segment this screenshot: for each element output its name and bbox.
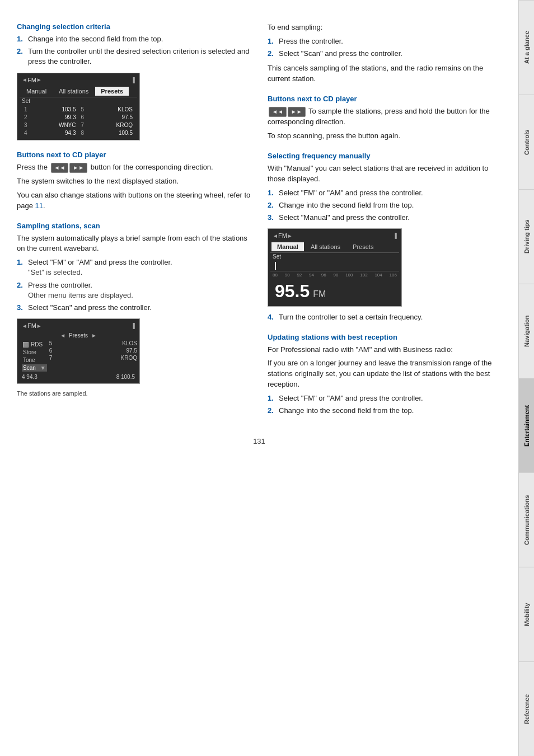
- manual-scale: 88 90 92 94 96 98 100 102 104 106: [270, 271, 399, 279]
- list-item: 1. Select "FM" or "AM" and press the con…: [268, 188, 502, 198]
- buttons-cd-right-para2: To stop scanning, press the button again…: [268, 131, 502, 142]
- list-item: 2. Turn the controller until the desired…: [17, 46, 251, 67]
- manual-screen: ◄ FM ► ▐ Manual All stations Presets Set…: [268, 228, 402, 307]
- scan-menu-scan[interactable]: Scan ▼: [22, 364, 47, 372]
- sampling-caption: The stations are sampled.: [17, 389, 251, 398]
- scan-menu-store: Store: [22, 349, 47, 356]
- list-item: 3. Select "Scan" and press the controlle…: [17, 303, 251, 313]
- manual-tab-manual[interactable]: Manual: [271, 242, 304, 251]
- manual-screen-top: ◄ FM ► ▐: [270, 231, 399, 240]
- fm-tab-allstations[interactable]: All stations: [53, 87, 94, 96]
- station-row-2: 2 99.3: [22, 114, 78, 121]
- prev-btn-2[interactable]: ◄◄: [269, 107, 287, 118]
- sidebar-item-controls[interactable]: Controls: [519, 95, 534, 189]
- updating-para1: For Professional radio with "AM" and wit…: [268, 345, 502, 355]
- scan-signal-icon: ▐: [132, 323, 135, 328]
- changing-steps-list: 1. Change into the second field from the…: [17, 34, 251, 67]
- col-left: Changing selection criteria 1. Change in…: [17, 22, 251, 420]
- sidebar-item-navigation[interactable]: Navigation: [519, 284, 534, 378]
- manual-fm-label: FM: [278, 232, 287, 239]
- fm-screen-1: ◄ FM ► ▐ Manual All stations Presets Set…: [17, 73, 140, 140]
- scan-menu: RDS Store Tone Scan ▼: [20, 340, 49, 373]
- right-arrow-icon: ►: [36, 77, 42, 83]
- manual-right-arrow: ►: [287, 233, 293, 239]
- side-tabs: At a glance Controls Driving tips Naviga…: [518, 0, 534, 756]
- signal-icon: ▐: [132, 77, 135, 83]
- updating-para2: If you are on a longer journey and leave…: [268, 358, 502, 390]
- section-sampling-heading: Sampling stations, scan: [17, 222, 251, 230]
- next-btn-2[interactable]: ►►: [288, 107, 306, 118]
- buttons-cd-right-para1: ◄◄ ►► To sample the stations, press and …: [268, 106, 502, 128]
- dir-buttons-right: ◄◄ ►►: [269, 107, 306, 118]
- section-changing-heading: Changing selection criteria: [17, 22, 251, 31]
- section-buttons-cd-right-heading: Buttons next to CD player: [268, 95, 502, 103]
- sampling-para1: The system automatically plays a brief s…: [17, 233, 251, 255]
- manual-left-arrow: ◄: [273, 233, 278, 239]
- list-item: 3. Select "Manual" and press the control…: [268, 213, 502, 223]
- fm-label: FM: [27, 77, 36, 83]
- page-number: 131: [17, 437, 502, 445]
- fm-station-grid: 1 103.5 5 KLOS 2 99.3 6 97.5: [20, 105, 137, 138]
- fm-tab-presets[interactable]: Presets: [95, 87, 129, 96]
- scan-right-arrow: ►: [36, 323, 42, 329]
- fm-screen-top: ◄ FM ► ▐: [20, 76, 137, 84]
- next-btn[interactable]: ►►: [69, 163, 87, 173]
- manual-tab-presets[interactable]: Presets: [347, 242, 379, 251]
- selecting-intro: With "Manual" you can select stations th…: [268, 163, 502, 185]
- station-row-6: 6 97.5: [79, 114, 135, 121]
- main-content: Changing selection criteria 1. Change in…: [0, 0, 518, 756]
- list-item: 2. Change into the second field from the…: [268, 200, 502, 210]
- col-right: To end sampling: 1. Press the controller…: [268, 22, 502, 420]
- station-row-1: 1 103.5: [22, 106, 78, 113]
- scan-menu-rds: RDS: [22, 341, 47, 348]
- scan-stations-right: 5KLOS 697.5 7KROQ: [49, 340, 137, 373]
- station-row-3: 3 WNYC: [22, 121, 78, 129]
- fm-tab-manual[interactable]: Manual: [21, 87, 52, 96]
- list-item: 1. Select "FM" or "AM" and press the con…: [268, 393, 502, 403]
- scan-bottom-row: 4 94.3 8 100.5: [20, 373, 137, 381]
- manual-set-row: Set: [270, 252, 399, 260]
- station-row-4: 4 94.3: [22, 129, 78, 137]
- fm-tabs: Manual All stations Presets: [20, 86, 137, 97]
- station-row-5: 5 KLOS: [79, 106, 135, 113]
- list-item: 1. Change into the second field from the…: [17, 34, 251, 44]
- presets-right-arrow: ►: [91, 332, 97, 339]
- sampling-steps-list: 1. Select "FM" or "AM" and press the con…: [17, 257, 251, 313]
- scan-screen-top: ◄ FM ► ▐: [20, 321, 137, 330]
- section-updating-heading: Updating stations with best reception: [268, 333, 502, 341]
- manual-freq-value: 95.5: [275, 281, 310, 302]
- scan-left-arrow: ◄: [22, 323, 27, 329]
- sidebar-item-entertainment[interactable]: Entertainment: [519, 378, 534, 473]
- sidebar-item-communications[interactable]: Communications: [519, 472, 534, 567]
- manual-cursor-row: [270, 260, 399, 271]
- station-row-8: 8 100.5: [79, 129, 135, 137]
- scan-station-6: 697.5: [49, 347, 137, 354]
- manual-freq-unit: FM: [313, 289, 326, 299]
- buttons-cd-left-para1: Press the ◄◄ ►► button for the correspon…: [17, 162, 251, 173]
- prev-btn[interactable]: ◄◄: [51, 163, 69, 173]
- scan-presets-row: ◄ Presets ►: [20, 331, 137, 340]
- sidebar-item-mobility[interactable]: Mobility: [519, 567, 534, 661]
- left-arrow-icon: ◄: [22, 77, 27, 83]
- list-item: 1. Press the controller.: [268, 36, 502, 46]
- selecting-step4-list: 4. Turn the controller to set a certain …: [268, 312, 502, 322]
- sidebar-item-driving-tips[interactable]: Driving tips: [519, 189, 534, 284]
- dir-buttons-left: ◄◄ ►►: [51, 163, 88, 173]
- scan-screen: ◄ FM ► ▐ ◄ Presets ► RDS: [17, 318, 140, 384]
- scan-arrow: ▼: [40, 365, 46, 371]
- list-item: 4. Turn the controller to set a certain …: [268, 312, 502, 322]
- section-selecting-heading: Selecting frequency manually: [268, 152, 502, 160]
- list-item: 2. Select "Scan" and press the controlle…: [268, 49, 502, 59]
- buttons-cd-left-para2: The system switches to the next displaye…: [17, 176, 251, 187]
- sidebar-item-reference[interactable]: Reference: [519, 661, 534, 756]
- sidebar-item-at-a-glance[interactable]: At a glance: [519, 0, 534, 95]
- scan-bottom-left: 4 94.3: [22, 374, 38, 380]
- end-sampling-note: This cancels sampling of the stations, a…: [268, 63, 502, 84]
- section-buttons-cd-left-heading: Buttons next to CD player: [17, 151, 251, 159]
- manual-fm-tabs: Manual All stations Presets: [270, 241, 399, 252]
- presets-left-arrow: ◄: [60, 332, 65, 339]
- buttons-cd-left-para3: You can also change stations with button…: [17, 190, 251, 212]
- updating-steps-list: 1. Select "FM" or "AM" and press the con…: [268, 393, 502, 416]
- page-link-11[interactable]: 11: [35, 201, 43, 210]
- manual-tab-allstations[interactable]: All stations: [305, 242, 346, 251]
